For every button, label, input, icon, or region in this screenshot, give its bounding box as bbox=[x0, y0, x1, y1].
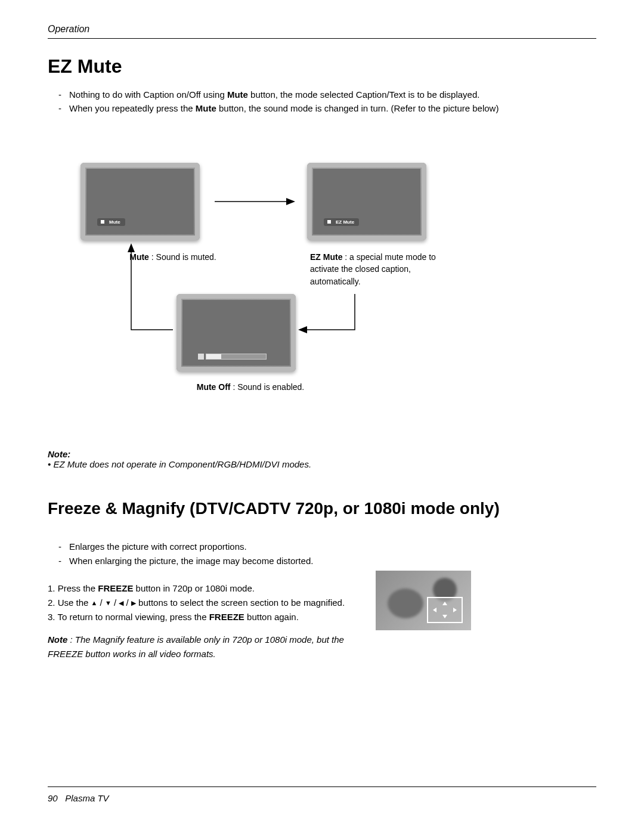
svg-marker-1 bbox=[286, 198, 295, 205]
ezmute-description: - Nothing to do with Caption on/Off usin… bbox=[58, 88, 596, 115]
tv-caption-ezmute: EZ Mute : a special mute mode to activat… bbox=[310, 251, 447, 287]
list-item: -Enlarges the picture with correct propo… bbox=[58, 540, 596, 554]
step-2: 2. Use the ▲ / ▼ / ◀ / ▶ buttons to sele… bbox=[48, 596, 358, 610]
text-bold: Mute bbox=[196, 103, 216, 113]
list-item: - Nothing to do with Caption on/Off usin… bbox=[58, 88, 596, 102]
step-1: 1. Press the FREEZE button in 720p or 10… bbox=[48, 581, 358, 596]
triangle-right-icon: ▶ bbox=[131, 598, 136, 609]
arrow-down-left-icon bbox=[298, 294, 364, 336]
page-number: 90 bbox=[48, 793, 58, 803]
text: Nothing to do with Caption on/Off using bbox=[69, 89, 227, 100]
freeze-steps: 1. Press the FREEZE button in 720p or 10… bbox=[48, 581, 358, 661]
manual-page: Operation EZ Mute - Nothing to do with C… bbox=[0, 0, 644, 833]
freeze-title: Freeze & Magnify (DTV/CADTV 720p, or 108… bbox=[48, 499, 596, 518]
product-name: Plasma TV bbox=[65, 793, 109, 803]
note-text: • EZ Mute does not operate in Component/… bbox=[48, 459, 596, 469]
triangle-down-icon bbox=[442, 615, 447, 618]
list-item: - When you repeatedly press the Mute but… bbox=[58, 102, 596, 116]
mute-osd-pill: Mute bbox=[97, 218, 125, 226]
tv-screen-muteoff bbox=[177, 294, 296, 371]
ezmute-note: Note: • EZ Mute does not operate in Comp… bbox=[48, 449, 596, 469]
text: button, the sound mode is changed in tur… bbox=[216, 103, 499, 113]
note-label: Note: bbox=[48, 449, 596, 459]
freeze-note: Note : The Magnify feature is available … bbox=[48, 633, 358, 661]
magnify-illustration bbox=[376, 571, 471, 630]
volume-bar-icon bbox=[206, 354, 267, 360]
freeze-description: -Enlarges the picture with correct propo… bbox=[48, 540, 596, 661]
tv-caption-muteoff: Mute Off : Sound is enabled. bbox=[176, 381, 325, 393]
text: button, the mode selected Caption/Text i… bbox=[248, 89, 480, 100]
tv-screen-mute: Mute bbox=[80, 163, 200, 240]
arrow-up-left-icon bbox=[125, 243, 179, 336]
ezmute-title: EZ Mute bbox=[48, 55, 596, 78]
triangle-up-icon: ▲ bbox=[91, 598, 98, 609]
text: When you repeatedly press the bbox=[69, 103, 196, 113]
ezmute-osd-pill: EZ Mute bbox=[324, 218, 359, 226]
triangle-left-icon bbox=[433, 608, 436, 612]
step-3: 3. To return to normal viewing, press th… bbox=[48, 610, 358, 624]
svg-marker-3 bbox=[128, 243, 135, 252]
section-breadcrumb: Operation bbox=[48, 24, 596, 39]
triangle-right-icon bbox=[453, 608, 457, 612]
ezmute-diagram: Mute Mute : Sound is muted. EZ Mute EZ M… bbox=[48, 163, 596, 413]
triangle-down-icon: ▼ bbox=[105, 598, 112, 609]
arrow-right-icon bbox=[215, 196, 298, 208]
triangle-up-icon bbox=[442, 602, 447, 605]
svg-marker-2 bbox=[298, 326, 307, 333]
triangle-left-icon: ◀ bbox=[119, 598, 123, 609]
tv-screen-ezmute: EZ Mute bbox=[307, 163, 426, 240]
text-bold: Mute bbox=[227, 89, 248, 100]
page-footer: 90 Plasma TV bbox=[48, 786, 596, 803]
list-item: -When enlarging the picture, the image m… bbox=[58, 554, 596, 568]
magnify-box-icon bbox=[427, 597, 463, 623]
